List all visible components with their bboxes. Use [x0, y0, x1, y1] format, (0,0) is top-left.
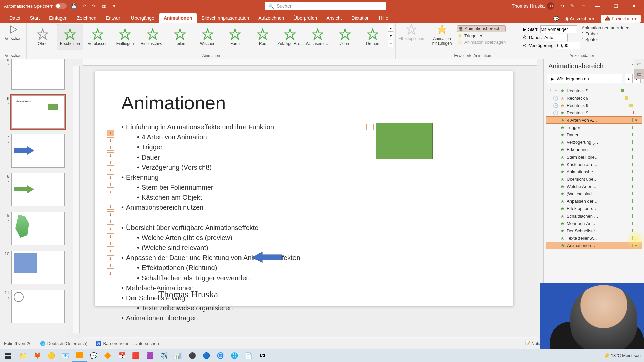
- slide-title[interactable]: Animationen: [121, 92, 226, 114]
- thumb-6[interactable]: 6*Animationen: [0, 93, 67, 131]
- edge-icon[interactable]: 🌐: [227, 349, 241, 362]
- bullet[interactable]: 4 Arten von Animation: [121, 132, 406, 142]
- tab-start[interactable]: Start: [25, 13, 45, 23]
- app-icon-8[interactable]: 🗂: [256, 349, 270, 362]
- anim-list-item[interactable]: ★Erkennung: [546, 146, 642, 153]
- powerpoint-icon[interactable]: 🟧: [72, 349, 87, 362]
- thumb-7[interactable]: 7*: [0, 131, 67, 170]
- share-button[interactable]: 📤 Freigeben ▾: [601, 15, 641, 23]
- bullet[interactable]: Stern bei Foliennummer: [121, 182, 406, 192]
- tab-datei[interactable]: Datei: [5, 13, 25, 23]
- bullet[interactable]: Kästchen am Objekt: [121, 192, 406, 202]
- anim-tag[interactable]: 1: [107, 270, 114, 276]
- anim-tag[interactable]: 1: [107, 248, 114, 254]
- animation-gallery[interactable]: OhneErscheinenVerblassenEinfliegenHinein…: [30, 24, 386, 50]
- thumb-8[interactable]: 8*: [0, 170, 67, 209]
- search-box[interactable]: 🔍 Suchen: [265, 2, 386, 10]
- toggle-icon[interactable]: [55, 3, 67, 9]
- tab-hilfe[interactable]: Hilfe: [374, 13, 393, 23]
- anim-list-item[interactable]: ★4 Arten von A…▾: [546, 116, 642, 124]
- vlc-icon[interactable]: 🔶: [101, 349, 115, 362]
- app-icon-3[interactable]: 🟥: [129, 349, 143, 362]
- thumb-10[interactable]: 10: [0, 248, 67, 287]
- blue-arrow-shape[interactable]: [252, 252, 282, 263]
- side-btn-2[interactable]: ▤: [634, 69, 644, 79]
- anim-list-item[interactable]: ★(Welche sind …: [546, 190, 642, 197]
- add-animation-button[interactable]: Animation hinzufügen: [429, 24, 455, 46]
- anim-tag[interactable]: 1: [107, 152, 114, 158]
- anim-teilen[interactable]: Teilen: [167, 24, 193, 50]
- ribbon-options-icon[interactable]: ▭: [580, 3, 586, 9]
- anim-list-item[interactable]: ★Mehrfach-Ani…: [546, 220, 642, 227]
- anim-tag[interactable]: 1: [107, 241, 114, 247]
- bullet[interactable]: Dauer: [121, 152, 406, 162]
- anim-tag[interactable]: 1: [107, 137, 114, 143]
- anim-form[interactable]: Form: [222, 24, 248, 50]
- undo-icon[interactable]: ↶: [81, 3, 87, 9]
- firefox-icon[interactable]: 🦊: [30, 349, 44, 362]
- app-icon-6[interactable]: 🌀: [213, 349, 227, 362]
- thumb-9[interactable]: 9*: [0, 209, 67, 248]
- onenote-icon[interactable]: 🟪: [143, 349, 157, 362]
- trigger-button[interactable]: ⚡ Trigger ▾: [457, 33, 506, 38]
- anim-list-item[interactable]: ★Animationen …▾: [546, 242, 642, 249]
- chrome-icon[interactable]: 🟡: [44, 349, 58, 362]
- outlook-icon[interactable]: 📧: [58, 349, 72, 362]
- anim-list-item[interactable]: ★Verzögerung (…: [546, 138, 642, 146]
- bullet[interactable]: Trigger: [121, 142, 406, 152]
- anim-ohne[interactable]: Ohne: [30, 24, 56, 50]
- user-account[interactable]: Thomas Hruska TH: [512, 2, 554, 10]
- telegram-icon[interactable]: ✈️: [157, 349, 171, 362]
- thumb-11[interactable]: 11*: [0, 287, 67, 326]
- anim-tag[interactable]: 1: [107, 204, 114, 210]
- redo-icon[interactable]: ↷: [91, 3, 97, 9]
- system-tray[interactable]: ☀️ 13°C Meist son: [604, 353, 644, 358]
- anim-list-item[interactable]: 🕒★Rechteck 9: [546, 109, 642, 116]
- explorer-icon[interactable]: 📁: [16, 349, 30, 362]
- slide-editor[interactable]: Animationen Einführung in Animationseffe…: [73, 59, 543, 351]
- tab-bildschirmpräsentation[interactable]: Bildschirmpräsentation: [197, 13, 254, 23]
- tab-einfügen[interactable]: Einfügen: [44, 13, 72, 23]
- tab-überprüfen[interactable]: Überprüfen: [289, 13, 322, 23]
- play-from-button[interactable]: ▶ Wiedergeben ab: [547, 74, 622, 83]
- language-status[interactable]: 🌐 Deutsch (Österreich): [36, 338, 92, 349]
- gallery-scroll[interactable]: ▴▾▿: [388, 24, 393, 47]
- move-up-button[interactable]: ▴: [625, 74, 633, 83]
- tab-aufzeichnen[interactable]: Aufzeichnen: [254, 13, 289, 23]
- customize-icon[interactable]: ⋯: [121, 3, 127, 9]
- save-icon[interactable]: 💾: [71, 3, 77, 9]
- bullet[interactable]: Verzögerung (Vorsicht!): [121, 162, 406, 172]
- anim-tag[interactable]: 1: [107, 189, 114, 195]
- bullet[interactable]: Texte zeilenweise organisieren: [121, 303, 406, 313]
- animation-pane-button[interactable]: ▦ Animationsbereich: [457, 25, 506, 32]
- app-icon-5[interactable]: 🔵: [199, 349, 213, 362]
- anim-list-item[interactable]: ★Der Schnellste…: [546, 227, 642, 234]
- anim-tag[interactable]: 1: [107, 145, 114, 151]
- autosave-toggle[interactable]: Automatisches Speichern: [4, 3, 67, 9]
- anim-tag[interactable]: 1: [107, 233, 114, 239]
- anim-tag[interactable]: 1: [107, 211, 114, 217]
- tab-zeichnen[interactable]: Zeichnen: [72, 13, 101, 23]
- anim-tag[interactable]: 1: [107, 219, 114, 225]
- anim-list-item[interactable]: ★Übersicht übe…: [546, 175, 642, 183]
- anim-list-item[interactable]: ★Stern bei Folie…: [546, 153, 642, 161]
- anim-list-item[interactable]: 1🖱★Rechteck 9: [546, 87, 642, 94]
- anim-tag[interactable]: 1: [107, 130, 114, 136]
- more-icon[interactable]: ▾: [111, 3, 117, 9]
- obs-icon[interactable]: ⚫: [185, 349, 199, 362]
- close-button[interactable]: ✕: [627, 0, 641, 12]
- present-icon[interactable]: ▦: [101, 3, 107, 9]
- bullet[interactable]: Welche Arten gibt es (preview): [121, 233, 406, 243]
- app-icon-1[interactable]: 💬: [87, 349, 101, 362]
- bullet[interactable]: Schaltflächen als Trigger verwenden: [121, 273, 406, 283]
- bullet[interactable]: Übersicht über verfügbare Animationseffe…: [121, 223, 406, 233]
- start-button[interactable]: [0, 349, 16, 362]
- bullet[interactable]: Erkennung: [121, 172, 406, 182]
- anim-hineinschw…[interactable]: Hineinschw…: [140, 24, 166, 50]
- anim-einfliegen[interactable]: Einfliegen: [112, 24, 138, 50]
- anim-list-item[interactable]: ★Effektoptione…: [546, 205, 642, 212]
- weather-widget[interactable]: ☀️ 13°C Meist son: [604, 353, 641, 358]
- bullet[interactable]: (Welche sind relevant): [121, 243, 406, 253]
- move-later-button[interactable]: ˅ Später: [582, 37, 629, 42]
- anim-tag[interactable]: 1: [107, 160, 114, 166]
